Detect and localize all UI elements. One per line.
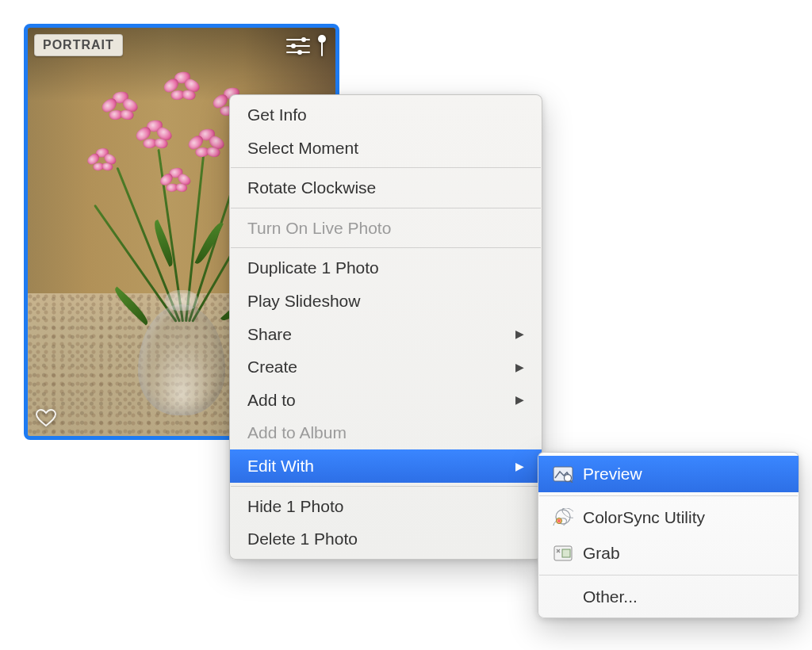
svg-point-6	[318, 35, 326, 43]
menu-separator	[231, 486, 541, 487]
menu-get-info[interactable]: Get Info	[230, 98, 542, 132]
svg-point-1	[301, 37, 306, 42]
menu-select-moment[interactable]: Select Moment	[230, 132, 542, 165]
submenu-item-label: Other...	[583, 583, 638, 610]
submenu-preview[interactable]: Preview	[538, 456, 799, 492]
photo-context-menu[interactable]: Get Info Select Moment Rotate Clockwise …	[229, 94, 542, 560]
colorsync-app-icon	[553, 508, 573, 526]
svg-rect-19	[562, 549, 570, 557]
portrait-badge: PORTRAIT	[34, 34, 123, 56]
svg-point-5	[297, 50, 302, 55]
menu-rotate-clockwise[interactable]: Rotate Clockwise	[230, 171, 542, 205]
submenu-item-label: ColorSync Utility	[583, 504, 705, 531]
favorite-heart-icon[interactable]	[36, 409, 56, 428]
menu-add-to-album: Add to Album	[230, 416, 542, 449]
menu-duplicate-photo[interactable]: Duplicate 1 Photo	[230, 251, 542, 285]
edit-with-submenu[interactable]: Preview ColorSync Utility Grab Othe	[538, 452, 799, 618]
submenu-arrow-icon: ▶	[515, 358, 524, 376]
adjustments-icon[interactable]	[286, 36, 310, 56]
preview-app-icon	[553, 465, 573, 483]
submenu-colorsync-utility[interactable]: ColorSync Utility	[538, 499, 799, 536]
depth-pin-icon[interactable]	[316, 34, 327, 58]
menu-hide-photo[interactable]: Hide 1 Photo	[230, 490, 542, 523]
svg-rect-7	[321, 42, 323, 56]
menu-separator	[231, 247, 541, 248]
submenu-item-label: Grab	[583, 540, 620, 567]
grab-app-icon	[553, 545, 573, 562]
submenu-other[interactable]: Other...	[538, 579, 799, 615]
submenu-item-label: Preview	[583, 461, 642, 488]
menu-play-slideshow[interactable]: Play Slideshow	[230, 285, 542, 318]
menu-create[interactable]: Create▶	[230, 350, 542, 384]
submenu-separator	[539, 495, 798, 496]
submenu-arrow-icon: ▶	[515, 325, 524, 342]
menu-share[interactable]: Share▶	[230, 318, 542, 351]
submenu-arrow-icon: ▶	[515, 391, 524, 408]
menu-turn-on-live-photo: Turn On Live Photo	[230, 212, 542, 245]
menu-edit-with[interactable]: Edit With▶	[230, 449, 542, 483]
menu-separator	[231, 167, 541, 168]
menu-delete-photo[interactable]: Delete 1 Photo	[230, 522, 542, 556]
menu-separator	[231, 208, 541, 208]
menu-add-to[interactable]: Add to▶	[230, 384, 542, 417]
submenu-separator	[539, 575, 798, 575]
submenu-arrow-icon: ▶	[515, 457, 524, 475]
submenu-grab[interactable]: Grab	[538, 535, 799, 572]
svg-point-3	[291, 44, 296, 48]
